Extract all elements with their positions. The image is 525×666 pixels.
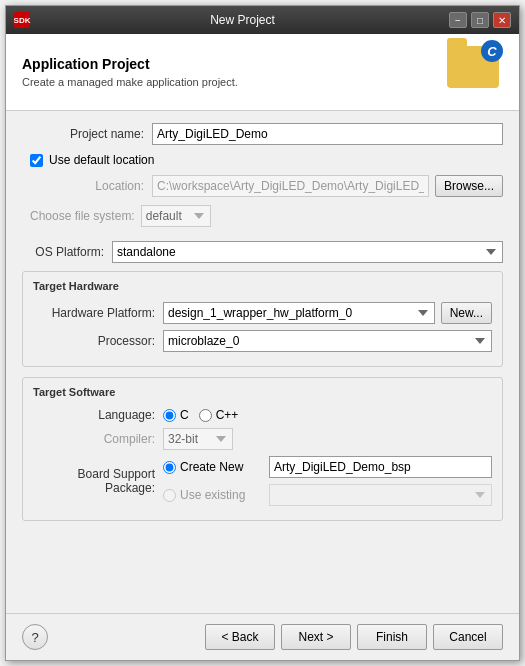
bsp-row: Board Support Package: Create New <box>33 456 492 506</box>
form-area: Project name: Use default location Locat… <box>6 111 519 613</box>
language-row: Language: C C++ <box>33 408 492 422</box>
bsp-existing-select[interactable] <box>269 484 492 506</box>
bsp-name-input[interactable] <box>269 456 492 478</box>
compiler-row: Compiler: 32-bit <box>33 428 492 450</box>
default-location-checkbox[interactable] <box>30 154 43 167</box>
default-location-row: Use default location <box>22 153 503 167</box>
hw-new-button[interactable]: New... <box>441 302 492 324</box>
processor-row: Processor: microblaze_0 <box>33 330 492 352</box>
footer-left: ? <box>22 624 48 650</box>
language-options: C C++ <box>163 408 238 422</box>
os-platform-row: OS Platform: standalone <box>22 241 503 263</box>
processor-label: Processor: <box>33 334 163 348</box>
bsp-create-new-label: Create New <box>180 460 243 474</box>
header-text: Application Project Create a managed mak… <box>22 56 238 88</box>
window-title: New Project <box>36 13 449 27</box>
bsp-use-existing-label: Use existing <box>180 488 245 502</box>
bsp-options: Create New Use existing <box>163 456 492 506</box>
language-c-label: C <box>180 408 189 422</box>
location-label: Location: <box>22 179 152 193</box>
os-platform-label: OS Platform: <box>22 245 112 259</box>
bsp-label: Board Support Package: <box>33 467 163 495</box>
language-cpp-label: C++ <box>216 408 239 422</box>
filesystem-label: Choose file system: <box>30 209 141 223</box>
footer-right: < Back Next > Finish Cancel <box>205 624 503 650</box>
maximize-button[interactable]: □ <box>471 12 489 28</box>
language-c-radio[interactable] <box>163 409 176 422</box>
compiler-select[interactable]: 32-bit <box>163 428 233 450</box>
footer-panel: ? < Back Next > Finish Cancel <box>6 613 519 660</box>
os-platform-select[interactable]: standalone <box>112 241 503 263</box>
bsp-create-new-option[interactable]: Create New <box>163 460 263 474</box>
project-name-input[interactable] <box>152 123 503 145</box>
next-button[interactable]: Next > <box>281 624 351 650</box>
bsp-use-existing-option[interactable]: Use existing <box>163 488 263 502</box>
target-software-title: Target Software <box>33 386 492 400</box>
project-name-label: Project name: <box>22 127 152 141</box>
title-bar: SDK New Project − □ ✕ <box>6 6 519 34</box>
c-icon: C <box>481 40 503 62</box>
language-cpp-radio[interactable] <box>199 409 212 422</box>
header-description: Create a managed make application projec… <box>22 76 238 88</box>
bsp-create-new-radio[interactable] <box>163 461 176 474</box>
hw-platform-row: Hardware Platform: design_1_wrapper_hw_p… <box>33 302 492 324</box>
minimize-button[interactable]: − <box>449 12 467 28</box>
processor-select[interactable]: microblaze_0 <box>163 330 492 352</box>
app-icon: SDK <box>14 12 30 28</box>
language-label: Language: <box>33 408 163 422</box>
default-location-label: Use default location <box>49 153 154 167</box>
bsp-create-new-row: Create New <box>163 456 492 478</box>
target-hardware-section: Target Hardware Hardware Platform: desig… <box>22 271 503 367</box>
hw-platform-select[interactable]: design_1_wrapper_hw_platform_0 <box>163 302 435 324</box>
bsp-use-existing-row: Use existing <box>163 484 492 506</box>
help-button[interactable]: ? <box>22 624 48 650</box>
back-button[interactable]: < Back <box>205 624 275 650</box>
bsp-use-existing-radio[interactable] <box>163 489 176 502</box>
filesystem-select[interactable]: default <box>141 205 211 227</box>
finish-button[interactable]: Finish <box>357 624 427 650</box>
hw-platform-label: Hardware Platform: <box>33 306 163 320</box>
window-controls: − □ ✕ <box>449 12 511 28</box>
language-cpp-option[interactable]: C++ <box>199 408 239 422</box>
close-button[interactable]: ✕ <box>493 12 511 28</box>
language-c-option[interactable]: C <box>163 408 189 422</box>
target-software-section: Target Software Language: C C++ Com <box>22 377 503 521</box>
header-title: Application Project <box>22 56 238 72</box>
compiler-label: Compiler: <box>33 432 163 446</box>
main-window: SDK New Project − □ ✕ Application Projec… <box>5 5 520 661</box>
location-row: Location: Browse... <box>22 175 503 197</box>
header-panel: Application Project Create a managed mak… <box>6 34 519 111</box>
header-icon: C <box>447 46 503 98</box>
browse-button[interactable]: Browse... <box>435 175 503 197</box>
folder-icon: C <box>447 46 499 88</box>
location-input <box>152 175 429 197</box>
project-name-row: Project name: <box>22 123 503 145</box>
target-hardware-title: Target Hardware <box>33 280 492 294</box>
filesystem-row: Choose file system: default <box>22 205 503 227</box>
cancel-button[interactable]: Cancel <box>433 624 503 650</box>
